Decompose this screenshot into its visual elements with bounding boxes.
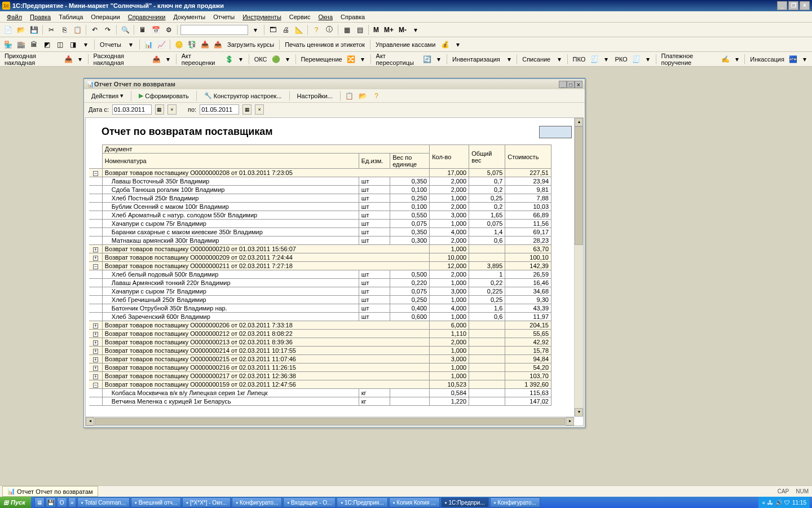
ql-desktop-icon[interactable]: 🖥 bbox=[34, 497, 45, 507]
tb2-1-icon[interactable]: 🏪 bbox=[2, 39, 14, 50]
preview-icon[interactable]: 🗔 bbox=[267, 24, 279, 36]
reports-button[interactable]: Отчеты bbox=[98, 40, 123, 49]
form-button[interactable]: ▶ Сформировать bbox=[135, 90, 193, 101]
close-button[interactable]: × bbox=[800, 1, 810, 10]
ctor-button[interactable]: 🔧 Конструктор настроек... bbox=[200, 90, 286, 101]
col-weight[interactable]: Общий вес bbox=[469, 145, 505, 169]
menu-table[interactable]: Таблица bbox=[55, 12, 86, 21]
group-row[interactable]: −Возврат товаров поставщику О0000000208 … bbox=[89, 169, 551, 177]
menu-file[interactable]: Файл bbox=[3, 12, 25, 21]
date-to-input[interactable] bbox=[200, 104, 239, 115]
tray-vol-icon[interactable]: 🔊 bbox=[775, 500, 782, 506]
oks-icon[interactable]: 🟢 bbox=[271, 54, 281, 65]
out-invoice-icon[interactable]: 📤 bbox=[152, 54, 162, 65]
tray-net-icon[interactable]: 🖧 bbox=[767, 500, 773, 506]
copy-icon[interactable]: ⎘ bbox=[59, 24, 70, 36]
dd10-icon[interactable]: ▾ bbox=[643, 54, 653, 65]
tb2-6-icon[interactable]: ◨ bbox=[67, 39, 78, 50]
dd7-icon[interactable]: ▾ bbox=[504, 54, 514, 65]
restore-button[interactable]: ❐ bbox=[788, 1, 798, 10]
dd8-icon[interactable]: ▾ bbox=[554, 54, 564, 65]
report-area[interactable]: Отчет по возвратам поставщикам Документ … bbox=[85, 117, 584, 426]
find-icon[interactable]: 🔍 bbox=[120, 24, 131, 36]
mplus-button[interactable]: M+ bbox=[382, 26, 395, 34]
taskbar-item[interactable]: ▪Конфигурато... bbox=[232, 497, 282, 507]
date-to-clear-button[interactable]: × bbox=[255, 104, 264, 115]
group-row[interactable]: +Возврат товаров поставщику О0000000216 … bbox=[89, 364, 551, 372]
dd3-icon[interactable]: ▾ bbox=[236, 54, 246, 65]
taskbar-item[interactable]: ▪1С:Предприя... bbox=[337, 497, 387, 507]
tb2-8-icon[interactable]: 📊 bbox=[143, 39, 154, 50]
tb2-3-icon[interactable]: 🏛 bbox=[28, 39, 39, 50]
out-invoice-button[interactable]: Расходная накладная bbox=[91, 51, 150, 67]
transfer-button[interactable]: Перемещение bbox=[298, 55, 344, 64]
cash-icon[interactable]: 💰 bbox=[439, 39, 451, 50]
inkass-icon[interactable]: 🏧 bbox=[788, 54, 798, 65]
tb2-13-icon[interactable]: 📤 bbox=[212, 39, 223, 50]
ql-more-icon[interactable]: » bbox=[68, 497, 76, 507]
group-row[interactable]: −Возврат товаров поставщику О0000000211 … bbox=[89, 262, 551, 270]
open-icon[interactable]: 📂 bbox=[15, 24, 27, 36]
group-row[interactable]: +Возврат товаров поставщику О0000000209 … bbox=[89, 253, 551, 262]
reports-dropdown-icon[interactable]: ▾ bbox=[125, 39, 136, 50]
revaluation-button[interactable]: Акт переоценки bbox=[179, 51, 223, 67]
print-icon[interactable]: 🖨 bbox=[280, 24, 292, 36]
detail-row[interactable]: Колбаса Москвичка в/к в/у Липецкая серия… bbox=[89, 389, 551, 397]
detail-row[interactable]: Хлеб Гречишный 250г Владимиршт0,2501,000… bbox=[89, 296, 551, 304]
vertical-scrollbar[interactable]: ▴ ▾ bbox=[574, 118, 583, 417]
payment-icon[interactable]: ✍ bbox=[720, 54, 730, 65]
date-from-picker-icon[interactable]: ▦ bbox=[155, 104, 164, 115]
taskbar-item[interactable]: ▪Total Comman... bbox=[77, 497, 130, 507]
redo-icon[interactable]: ↷ bbox=[102, 24, 113, 36]
actions-button[interactable]: Действия ▾ bbox=[87, 90, 127, 101]
ql-opera-icon[interactable]: O bbox=[57, 497, 67, 507]
group-row[interactable]: +Возврат товаров поставщику О0000000212 … bbox=[89, 330, 551, 338]
ql-save-icon[interactable]: 💾 bbox=[46, 497, 56, 507]
border-icon[interactable]: ▦ bbox=[341, 24, 352, 36]
menu-documents[interactable]: Документы bbox=[170, 12, 209, 21]
menu-tools[interactable]: Инструменты bbox=[239, 12, 285, 21]
windowbar-item[interactable]: 📊 Отчет Отчет по возвратам bbox=[2, 486, 98, 497]
menu-reports[interactable]: Отчеты bbox=[210, 12, 238, 21]
m-button[interactable]: M bbox=[372, 26, 381, 34]
tb2-12-icon[interactable]: 📥 bbox=[199, 39, 210, 50]
writeoff-button[interactable]: Списание bbox=[520, 55, 553, 64]
group-row[interactable]: +Возврат товаров поставщику О0000000215 … bbox=[89, 355, 551, 364]
cash-dropdown-icon[interactable]: ▾ bbox=[452, 39, 464, 50]
detail-row[interactable]: Хлеб Ароматный с натур. солодом 550г Вла… bbox=[89, 211, 551, 220]
col-nomen[interactable]: Номенклатура bbox=[102, 154, 359, 169]
child-minimize-button[interactable]: _ bbox=[559, 81, 567, 88]
tb2-10-icon[interactable]: 🪙 bbox=[173, 39, 184, 50]
cut-icon[interactable]: ✂ bbox=[46, 24, 57, 36]
dd6-icon[interactable]: ▾ bbox=[434, 54, 444, 65]
group-row[interactable]: +Возврат товаров поставщику О0000000213 … bbox=[89, 338, 551, 347]
taskbar-item[interactable]: ▪Входящие - O... bbox=[283, 497, 336, 507]
resort-icon[interactable]: 🔄 bbox=[422, 54, 433, 65]
calendar-icon[interactable]: 📅 bbox=[150, 24, 161, 36]
detail-row[interactable]: Ветчина Меленка с курицей 1кг Беларуськг… bbox=[89, 397, 551, 406]
undo-icon[interactable]: ↶ bbox=[89, 24, 100, 36]
system-tray[interactable]: « 🖧 🔊 🛡 11:15 bbox=[758, 497, 810, 508]
dd2-icon[interactable]: ▾ bbox=[163, 54, 173, 65]
dd1-icon[interactable]: ▾ bbox=[75, 54, 85, 65]
group-row[interactable]: +Возврат товаров поставщику О0000000210 … bbox=[89, 245, 551, 253]
help-icon[interactable]: ? bbox=[311, 24, 322, 36]
tray-shield-icon[interactable]: 🛡 bbox=[784, 500, 790, 506]
inventory-button[interactable]: Инвентаризация bbox=[450, 55, 502, 64]
child-tool2-icon[interactable]: 📂 bbox=[358, 90, 369, 102]
horizontal-scrollbar[interactable]: ◂ ▸ bbox=[86, 417, 574, 426]
group-row[interactable]: +Возврат товаров поставщику О0000000217 … bbox=[89, 372, 551, 380]
new-icon[interactable]: 📄 bbox=[2, 24, 14, 36]
menu-catalogs[interactable]: Справочники bbox=[125, 12, 169, 21]
detail-row[interactable]: Батончик Отрубной 350г Владимир нар.шт0,… bbox=[89, 304, 551, 313]
in-invoice-button[interactable]: Приходная накладная bbox=[2, 51, 62, 67]
tb2-7-icon[interactable]: ▾ bbox=[80, 39, 91, 50]
tb2-2-icon[interactable]: 🏬 bbox=[15, 39, 27, 50]
detail-row[interactable]: Матнакаш армянский 300г Владимиршт0,3002… bbox=[89, 237, 551, 245]
resort-button[interactable]: Акт пересортицы bbox=[374, 51, 421, 67]
date-to-picker-icon[interactable]: ▦ bbox=[242, 104, 251, 115]
taskbar-item[interactable]: ▪Конфигурато... bbox=[490, 497, 540, 507]
tray-icon[interactable]: « bbox=[762, 500, 765, 506]
taskbar-item[interactable]: ▪Внешний отч... bbox=[131, 497, 181, 507]
load-rates-button[interactable]: Загрузить курсы bbox=[225, 40, 276, 49]
